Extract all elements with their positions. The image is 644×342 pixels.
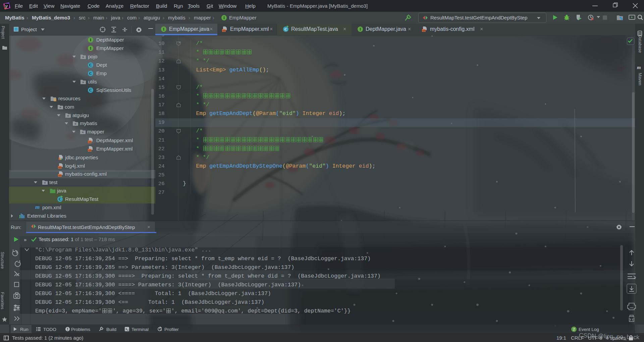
svg-text:9: 9	[16, 250, 18, 254]
svg-text:<>: <>	[88, 149, 92, 152]
svg-text:<>: <>	[58, 174, 62, 177]
svg-text:<>: <>	[422, 30, 426, 32]
svg-text:IJ: IJ	[5, 4, 8, 7]
svg-text:<>: <>	[222, 30, 226, 32]
svg-text:<>: <>	[58, 166, 62, 169]
svg-text:<>: <>	[88, 141, 92, 143]
